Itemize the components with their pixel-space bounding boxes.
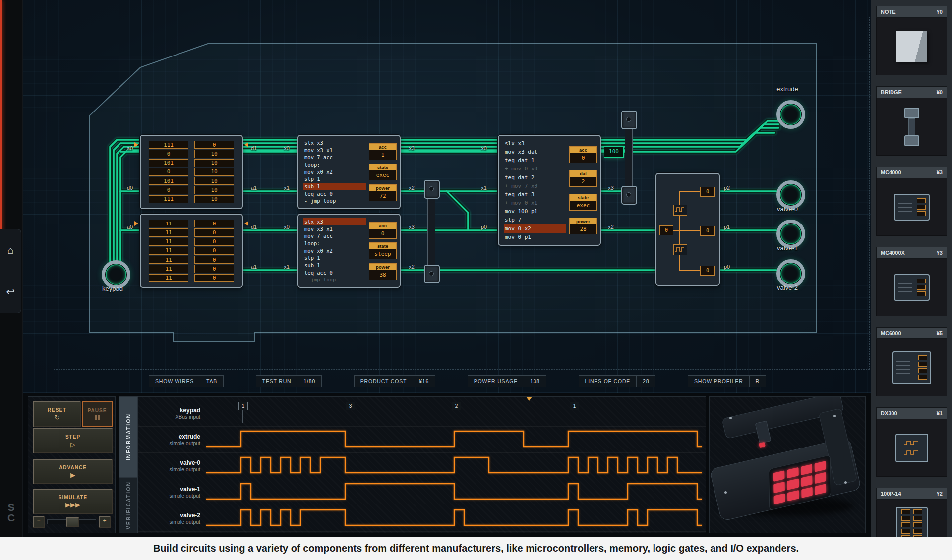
keypad-button	[774, 482, 785, 493]
memory-column: 0101010101010	[194, 141, 234, 203]
part-mc4000x[interactable]: MC4000X¥3	[876, 247, 947, 316]
advance-label: ADVANCE	[59, 465, 87, 470]
code-editor[interactable]: slx x3mov x3 x1mov 7 accloop:mov x0 x2sl…	[303, 139, 366, 205]
bridge-preview-icon	[904, 108, 919, 146]
mcu-chip-1[interactable]: slx x3mov x3 x1mov 7 accloop:mov x0 x2sl…	[298, 135, 401, 209]
part-mc4000[interactable]: MC4000¥3	[876, 167, 947, 236]
memory-chip-2[interactable]: 111111111111110000000	[140, 214, 243, 288]
memory-cell: 0	[194, 220, 234, 227]
register-value: 0	[369, 229, 396, 238]
100p14-preview-icon	[896, 507, 928, 537]
bridge-connector[interactable]	[621, 111, 637, 129]
part-name: MC6000	[881, 330, 901, 336]
register-column: acc1stateexecpower72	[369, 139, 397, 205]
home-icon[interactable]: ⌂	[0, 229, 21, 271]
status-show-wires[interactable]: SHOW WIRESTAB	[149, 375, 224, 387]
register-cells-icon	[917, 198, 926, 216]
part-name: 100P-14	[881, 491, 901, 497]
wave-row-valve-2: valve-2simple output	[138, 505, 706, 532]
part-100p-14[interactable]: 100P-14¥2	[876, 488, 947, 537]
pin-label-a1: a1	[251, 185, 257, 191]
footer-hint-text: Build circuits using a variety of compon…	[153, 543, 799, 554]
code-line: mov 7 acc	[303, 154, 366, 161]
pin-label-p2: p2	[724, 185, 730, 191]
time-cursor-icon	[526, 397, 532, 401]
memory-cells-icon	[913, 509, 922, 537]
advance-button[interactable]: ADVANCE▶	[33, 459, 113, 484]
simulate-button[interactable]: SIMULATE▶▶▶	[33, 489, 113, 514]
signal-name: valve-1	[180, 486, 200, 493]
dx300-input-value: 0	[659, 225, 673, 235]
part-mc6000[interactable]: MC6000¥5	[876, 327, 947, 396]
dx300-output-value: 0	[700, 226, 715, 236]
part-name: NOTE	[881, 9, 896, 15]
navigation-pad: ⌂ ↩	[0, 229, 21, 313]
faster-button[interactable]: +	[99, 516, 111, 528]
status-product-cost[interactable]: PRODUCT COST¥16	[354, 375, 435, 387]
mc4000-preview-icon	[894, 194, 930, 221]
status-power-usage[interactable]: POWER USAGE138	[468, 375, 546, 387]
pin-label-d0: d0	[127, 185, 133, 191]
waveform-panel: keypadXBus input1321extrudesimple output…	[138, 396, 706, 533]
register-label: acc	[369, 223, 396, 229]
register-state: stateexec	[369, 164, 397, 180]
pin-label-x0: x0	[284, 224, 290, 230]
register-acc: acc1	[369, 143, 397, 160]
part-dx300[interactable]: DX300¥1	[876, 407, 947, 477]
pin-label-x2: x2	[608, 224, 614, 230]
status-test-run[interactable]: TEST RUN1/80	[256, 375, 322, 387]
dx300-chip[interactable]: 0000	[655, 173, 720, 286]
bridge-connector[interactable]	[424, 265, 440, 283]
part-bridge[interactable]: BRIDGE¥0	[876, 86, 947, 156]
memory-cell: 11	[149, 274, 188, 282]
status-show-profiler[interactable]: SHOW PROFILERR	[688, 375, 766, 387]
reset-button[interactable]: RESET↻	[33, 401, 81, 427]
part-header: MC4000X¥3	[876, 247, 947, 259]
code-line: mov 7 acc	[303, 232, 366, 240]
undo-icon[interactable]: ↩	[0, 271, 21, 312]
code-editor[interactable]: slx x3mov x3 datteq dat 1+ mov 0 x0teq d…	[504, 139, 566, 241]
simulate-label: SIMULATE	[59, 495, 87, 500]
status-value: 1/80	[297, 376, 321, 387]
slower-button[interactable]: −	[33, 516, 45, 528]
pin-label-d1: d1	[251, 145, 257, 151]
part-header: BRIDGE¥0	[876, 86, 947, 98]
keypad-button	[787, 479, 799, 490]
xbus-marker-stem	[574, 409, 574, 423]
register-cells-icon	[917, 279, 926, 296]
write-head-icon	[244, 142, 248, 147]
mcu-chip-2[interactable]: slx x3mov x3 x1mov 7 accloop:mov x0 x2sl…	[298, 214, 401, 288]
bridge-end-icon	[904, 135, 919, 146]
register-column: acc0dat2stateexecpower28	[569, 139, 597, 241]
bridge-connector[interactable]	[621, 186, 637, 205]
register-power: power28	[569, 218, 597, 234]
pause-button[interactable]: PAUSE	[82, 401, 113, 427]
code-line: + mov 0 x1	[504, 199, 566, 207]
step-button[interactable]: STEP▷	[33, 428, 113, 453]
waveform-extrude	[206, 426, 702, 452]
memory-column: 0000000	[194, 220, 234, 282]
part-note[interactable]: NOTE¥0	[876, 6, 947, 75]
status-value: 138	[524, 376, 546, 387]
memory-chip-1[interactable]: 1110101010101110101010101010	[140, 135, 243, 209]
speed-slider[interactable]	[47, 519, 96, 524]
keypad-button	[787, 467, 798, 479]
memory-cell: 0	[194, 238, 234, 246]
part-name: MC4000	[881, 169, 901, 175]
code-editor[interactable]: slx x3mov x3 x1mov 7 accloop:mov x0 x2sl…	[303, 218, 366, 283]
part-preview	[876, 18, 947, 75]
status-lines-of-code[interactable]: LINES OF CODE28	[579, 375, 656, 387]
pin-label-x1: x1	[284, 185, 290, 191]
footer-hint-bar: Build circuits using a variety of compon…	[0, 537, 952, 560]
note-preview-icon	[896, 31, 927, 62]
tab-information[interactable]: INFORMATION	[119, 396, 138, 478]
parts-sidebar: NOTE¥0BRIDGE¥0MC4000¥3MC4000X¥3MC6000¥5D…	[871, 0, 952, 537]
io-node-hole	[780, 263, 801, 284]
logo-letter-top: S	[0, 502, 22, 512]
code-line: slp 1	[303, 175, 366, 183]
memory-cell: 11	[149, 220, 188, 227]
tab-verification[interactable]: VERIFICATION	[119, 478, 138, 533]
bridge-connector[interactable]	[424, 180, 440, 199]
slider-handle[interactable]	[66, 517, 79, 527]
mcu-chip-3[interactable]: slx x3mov x3 datteq dat 1+ mov 0 x0teq d…	[498, 135, 601, 246]
